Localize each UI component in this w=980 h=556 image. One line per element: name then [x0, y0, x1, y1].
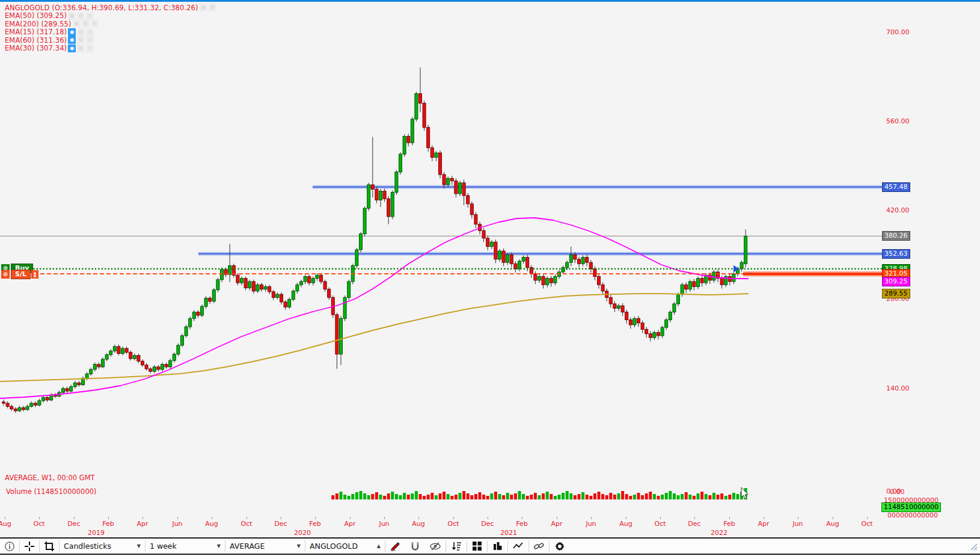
eye-toggle-icon[interactable]: ◉ — [68, 12, 76, 20]
month-tick — [729, 517, 730, 519]
gear-toggle-icon[interactable]: ⚙ — [77, 12, 85, 20]
chart-type-dropdown[interactable]: Candlesticks ▼ — [60, 540, 145, 553]
volume-bar — [331, 495, 334, 499]
volume-bar — [399, 495, 402, 499]
volume-bar — [467, 493, 470, 499]
pencil-icon[interactable] — [385, 540, 405, 553]
candle-body — [387, 199, 390, 217]
candle-body — [467, 196, 470, 204]
candle-body — [589, 262, 592, 269]
month-tick — [177, 517, 178, 519]
gear-toggle-icon[interactable]: ⚙ — [77, 36, 85, 44]
gear-toggle-icon[interactable]: ⚙ — [209, 4, 216, 11]
x-toggle-icon[interactable]: ✕ — [86, 36, 94, 44]
legend-row-label: EMA(30) (307.34) — [5, 44, 67, 52]
stop-loss-button[interactable]: S/L — [11, 270, 31, 279]
stoploss-stepper[interactable]: ▲▼ — [31, 270, 38, 279]
volume-bar — [653, 494, 656, 499]
gear-toggle-icon[interactable]: ⚙ — [82, 20, 90, 28]
close-stoploss-icon[interactable]: ⊗ — [1, 270, 10, 279]
crosshair-icon[interactable] — [20, 540, 39, 553]
volume-bar — [494, 492, 497, 499]
volume-bar — [609, 493, 612, 499]
eye-toggle-icon[interactable]: ◉ — [68, 36, 76, 44]
symbol-value: ANGLOGOLD — [310, 542, 358, 551]
gear-toggle-icon[interactable]: ⚙ — [77, 45, 85, 52]
month-label: Aug — [412, 520, 424, 528]
volume-bar — [578, 494, 581, 499]
volume-bar — [335, 493, 338, 499]
candle-body — [177, 345, 180, 354]
candle-body — [212, 290, 215, 301]
x-toggle-icon[interactable]: ✕ — [86, 12, 94, 20]
grid-layout-icon[interactable] — [467, 540, 487, 553]
eye-toggle-icon[interactable]: ◉ — [68, 45, 76, 52]
x-toggle-icon[interactable]: ✕ — [91, 20, 99, 28]
candle-body — [244, 279, 247, 288]
candle-body — [490, 242, 493, 246]
crop-icon[interactable] — [40, 540, 59, 553]
symbol-dropdown[interactable]: ANGLOGOLD ▲ — [305, 540, 385, 553]
legend-row-label: ANGLOGOLD (O:336.94, H:390.69, L:331.32,… — [5, 4, 198, 12]
month-label: Dec — [688, 520, 700, 528]
month-label: Feb — [723, 520, 735, 528]
zigzag-line-icon[interactable] — [508, 540, 528, 553]
candle-body — [459, 183, 462, 194]
candle-body — [121, 348, 124, 353]
candle-body — [486, 238, 489, 247]
month-tick — [418, 517, 419, 519]
link-icon[interactable] — [529, 540, 549, 553]
price-axis-badge[interactable]: 457.48 — [882, 182, 910, 192]
candle-body — [137, 356, 140, 362]
month-label: Jun — [172, 520, 182, 528]
eye-toggle-icon[interactable]: ◉ — [200, 4, 207, 11]
candle-body — [518, 261, 521, 269]
candlestick-chart[interactable] — [0, 0, 980, 537]
gear-icon[interactable] — [550, 540, 570, 553]
candle-body — [601, 285, 604, 291]
x-toggle-icon[interactable]: ✕ — [86, 28, 94, 36]
volume-bar — [562, 493, 565, 499]
volume-bar — [423, 496, 426, 499]
candle-body — [712, 272, 715, 280]
magnet-icon[interactable] — [405, 540, 425, 553]
year-label: 2021 — [500, 529, 517, 537]
candle-body — [609, 297, 612, 304]
gear-toggle-icon[interactable]: ⚙ — [77, 28, 85, 36]
volume-bar — [498, 494, 501, 499]
eye-slash-icon[interactable] — [425, 540, 446, 553]
chart-window-icon[interactable] — [488, 540, 507, 553]
sort-descending-icon[interactable] — [446, 540, 467, 553]
volume-bar — [518, 491, 521, 499]
candle-body — [256, 285, 259, 291]
candle-body — [700, 279, 703, 283]
volume-bar — [649, 492, 652, 499]
eye-toggle-icon[interactable]: ◉ — [73, 20, 81, 28]
info-icon[interactable] — [0, 540, 19, 553]
volume-bar — [340, 492, 343, 499]
month-tick — [867, 517, 868, 519]
month-tick — [488, 517, 488, 519]
candle-body — [348, 282, 351, 297]
volume-bar — [450, 496, 453, 499]
timeframe-dropdown[interactable]: 1 week ▼ — [145, 540, 225, 553]
candle-body — [586, 258, 589, 262]
eye-toggle-icon[interactable]: ◉ — [68, 28, 76, 36]
candle-body — [38, 401, 41, 405]
candle-body — [129, 352, 132, 359]
x-toggle-icon[interactable]: ✕ — [86, 45, 94, 52]
window-resize-grip[interactable] — [970, 542, 978, 553]
volume-current-badge: 1148510000000 — [881, 502, 941, 512]
month-label: Apr — [758, 520, 769, 528]
month-label: Oct — [861, 520, 872, 528]
candles-layer — [2, 67, 747, 413]
indicator-dropdown[interactable]: AVERAGE ▼ — [225, 540, 305, 553]
month-tick — [315, 517, 316, 519]
price-axis-badge[interactable]: 352.63 — [882, 249, 910, 259]
month-tick — [833, 517, 833, 519]
candle-body — [407, 137, 410, 143]
month-tick — [108, 517, 109, 519]
candle-body — [427, 128, 430, 148]
month-tick — [798, 517, 798, 519]
month-tick — [74, 517, 75, 519]
